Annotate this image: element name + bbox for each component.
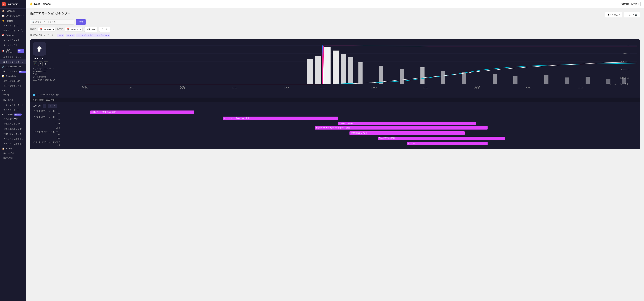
- svg-rect-32: [332, 50, 339, 84]
- language-selector[interactable]: Japanese - 日本語 ↓: [619, 2, 641, 6]
- sidebar-item-follower-ranking[interactable]: フォロワーランキング: [0, 102, 26, 107]
- svg-rect-36: [379, 66, 383, 84]
- sidebar-item-game-app-trend[interactable]: ゲームアプリ動画トレンド: [0, 136, 26, 141]
- gantt-minus-button[interactable]: −: [43, 104, 46, 108]
- sidebar-item-hot-post[interactable]: HOTポスト: [0, 97, 26, 102]
- sidebar-item-store-ranking[interactable]: ストアランキング: [0, 23, 26, 28]
- filter-on-label: 絞り込み ON: [30, 34, 42, 37]
- chart-legend: X（フォロワー・ポスト数）: [30, 92, 640, 98]
- remove-cm-tag[interactable]: ✕: [62, 34, 63, 36]
- sidebar-item-calendar[interactable]: 📅 Calendar: [0, 33, 26, 38]
- svg-text:05: 05: [526, 87, 532, 89]
- data-period-row: 2023-04-18 〜 2023-10-19: [33, 79, 66, 81]
- category-label: 大カテゴリ：: [43, 34, 55, 37]
- platform-icons: 📱 ✗ ▶: [33, 61, 66, 66]
- sidebar-item-official-ch-trend[interactable]: 公式ch動画トレンド: [0, 127, 26, 132]
- svg-text:01: 01: [474, 88, 480, 89]
- sidebar-item-survey-japan[interactable]: Survey 日本: [0, 151, 26, 156]
- sidebar-item-ranking[interactable]: 🏆 Ranking: [0, 18, 26, 23]
- remove-event-tag[interactable]: ✕: [108, 34, 109, 36]
- svg-rect-33: [341, 54, 346, 84]
- chart-icon: 📊: [2, 15, 4, 17]
- sidebar-item-prereg-top[interactable]: 事前登録情報TOP: [0, 79, 26, 83]
- platform-row: JAPAN / iPhone: [33, 71, 66, 73]
- gantt-category-label: イベント(オフライン・オンライン): [33, 141, 60, 146]
- sidebar-item-event-list[interactable]: イベントリスト: [0, 43, 26, 47]
- gantt-category-label: イベント(オフライン・オンライン): [33, 116, 60, 121]
- svg-rect-38: [420, 67, 425, 84]
- svg-rect-30: [315, 56, 321, 84]
- svg-rect-45: [586, 77, 590, 84]
- start-date-input[interactable]: 📅 2023-08-20: [38, 27, 56, 32]
- search-button[interactable]: 検索: [76, 19, 86, 24]
- sidebar-item-top-page[interactable]: 🏠 TOP page: [0, 8, 26, 13]
- sidebar-item-x-top[interactable]: X TOP: [0, 93, 26, 97]
- svg-rect-47: [622, 78, 626, 84]
- svg-text:25: 25: [128, 87, 134, 89]
- game-info-panel: Game Title 📱 ✗ ▶ リリース日：2023-09-13 JAPAN …: [33, 42, 66, 90]
- legend-checkbox[interactable]: [33, 94, 35, 96]
- gantt-bar[interactable]: 渋谷期間限定イベント: [350, 131, 464, 135]
- sidebar-item-new-release[interactable]: 📢 New Release Beta ver.: [0, 47, 26, 54]
- gantt-bar[interactable]: 新宿ONE OK ROCKデジタルサイネージ展開: [315, 126, 488, 130]
- gantt-category-label: OOH: [33, 127, 60, 129]
- sidebar-item-collab[interactable]: 🔗 Collaboration info: [0, 64, 26, 69]
- sidebar-item-official-ch-ranking[interactable]: 公式chランキング: [0, 122, 26, 127]
- gantt-bar[interactable]: TVCM(終了時期不明): [378, 137, 505, 140]
- beta-badge: Beta ver.: [18, 49, 24, 53]
- gantt-row: イベント(オフライン・オンライン)米国シアトル「PAX West」出展: [33, 110, 637, 115]
- gantt-category-label: CM: [33, 137, 60, 139]
- end-date-input[interactable]: 📅 2023-10-13: [65, 27, 82, 32]
- gantt-clear-button[interactable]: クリア: [48, 104, 57, 108]
- sidebar-item-survey[interactable]: 📋 Survey: [0, 146, 26, 151]
- gantt-bar[interactable]: 渋谷各所OOH掲載: [338, 122, 476, 125]
- sidebar-item-youtuber-ranking[interactable]: Youtuberランキング: [0, 132, 26, 136]
- bell-icon: 🔔: [30, 2, 33, 5]
- sidebar-item-prereg[interactable]: 📝 Prereg.Info: [0, 74, 26, 79]
- sidebar-item-new-promo[interactable]: 新作プロモーション: [0, 54, 26, 59]
- svg-rect-41: [492, 74, 497, 84]
- sidebar-item-youtube[interactable]: ▶ YouTube Beta ver.: [0, 112, 26, 117]
- gantt-bar[interactable]: ドイツケルン「Gamescom」出展: [223, 117, 338, 120]
- gantt-bar[interactable]: 米国シアトル「PAX West」出展: [90, 110, 194, 114]
- tag-event: イベント(オフライン・オンライン) ✕: [76, 33, 110, 37]
- topbar: 🔔 New Release Japanese - 日本語 ↓: [26, 0, 644, 8]
- sidebar-item-xx[interactable]: X X: [0, 88, 26, 93]
- sidebar-item-prereg-list[interactable]: 事前登録情報リスト: [0, 83, 26, 88]
- sidebar-item-ip-collab[interactable]: IPコラボリスト Beta ver.: [0, 69, 26, 74]
- content-area: 新作プロモーションカレンダー ⬆ CSV出力 ↑ プリント 📷 🔍 検索: [26, 8, 644, 301]
- sidebar-item-new-promo-list[interactable]: 新作プロモーションリスト: [0, 59, 26, 64]
- csv-export-button[interactable]: ⬆ CSV出力 ↑: [605, 12, 622, 17]
- print-button[interactable]: プリント 📷: [624, 12, 640, 17]
- search-input-wrap: 🔍: [30, 19, 74, 24]
- release-date-row: リリース日：2023-09-13: [33, 67, 66, 70]
- filter-button[interactable]: 絞り込み: [84, 27, 98, 32]
- logo-text: LIVEOPSIS: [7, 3, 18, 5]
- sidebar-item-event-calendar[interactable]: イベントカレンダー: [0, 38, 26, 43]
- chart-inner: Game Title 📱 ✗ ▶ リリース日：2023-09-13 JAPAN …: [30, 39, 640, 92]
- svg-rect-39: [441, 71, 445, 84]
- svg-text:50: 50: [623, 52, 630, 54]
- data-period-label-row: データ取得期間: [33, 76, 66, 78]
- gantt-bar-area: ドイツケルン「Gamescom」出展: [62, 117, 637, 120]
- sidebar-item-survey-ax[interactable]: Survey Ax: [0, 156, 26, 160]
- remove-ooh-tag[interactable]: ✕: [72, 34, 74, 36]
- prereg-bar: 事前登録開始：2023-07-27: [30, 98, 640, 102]
- sidebar-item-post-ranking[interactable]: ポストランキング: [0, 107, 26, 112]
- gantt-section: カテゴリ − クリア イベント(オフライン・オンライン)米国シアトル「PAX W…: [30, 102, 640, 149]
- action-buttons: ⬆ CSV出力 ↑ プリント 📷: [605, 12, 640, 17]
- svg-rect-37: [400, 69, 404, 84]
- youtube-icon: ▶: [2, 113, 4, 116]
- clear-button[interactable]: クリア: [99, 27, 110, 32]
- gantt-bar-area: TVCM(終了時期不明): [62, 137, 637, 140]
- svg-text:15: 15: [320, 87, 325, 89]
- search-input[interactable]: [30, 19, 74, 24]
- upload-icon: ⬆: [608, 14, 609, 16]
- sidebar-item-game-app-ranking[interactable]: ゲームアプリ動画ランキング: [0, 141, 26, 146]
- sidebar-item-official-ch-top[interactable]: 公式ch情報TOP: [0, 117, 26, 122]
- game-title: Game Title: [33, 57, 66, 60]
- sidebar: L LIVEOPSIS 🏠 TOP page 📊 SNSダッシュボード 🏆 Ra…: [0, 0, 26, 301]
- gantt-bar[interactable]: TGS出展: [407, 142, 488, 145]
- sidebar-item-sns[interactable]: 📊 SNSダッシュボード: [0, 13, 26, 18]
- sidebar-item-new-rank-app[interactable]: 新規ランクインアプリ: [0, 28, 26, 33]
